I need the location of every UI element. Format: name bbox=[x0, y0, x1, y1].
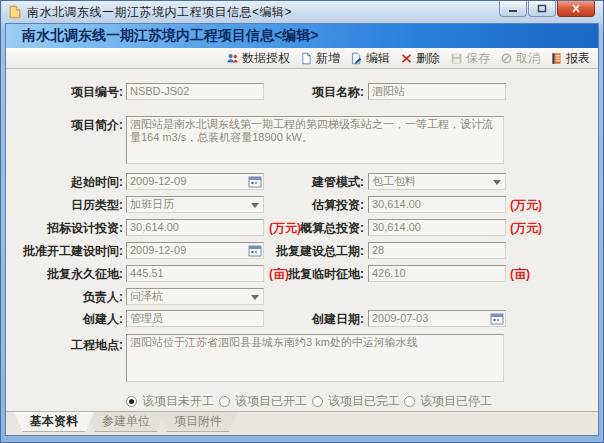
save-label: 保存 bbox=[466, 50, 490, 67]
calendar-type-select[interactable]: 加班日历 bbox=[126, 196, 264, 213]
start-date-label: 起始时间: bbox=[6, 173, 123, 191]
build-mode-label: 建管模式: bbox=[246, 173, 364, 191]
minimize-icon bbox=[508, 4, 518, 13]
radio-icon bbox=[404, 396, 415, 407]
radio-icon bbox=[312, 396, 323, 407]
radio-not-started[interactable]: 该项目未开工 bbox=[126, 394, 214, 408]
project-code-label: 项目编号: bbox=[6, 83, 123, 101]
project-code-input[interactable]: NSBD-JS02 bbox=[126, 83, 264, 100]
permanent-land-input[interactable]: 445.51 bbox=[126, 265, 264, 282]
calendar-type-label: 日历类型: bbox=[6, 196, 123, 214]
new-doc-icon bbox=[300, 52, 313, 65]
temporary-land-label: 批复临时征地: bbox=[246, 265, 364, 283]
edit-button[interactable]: 编辑 bbox=[350, 50, 390, 67]
client-area: 南水北调东线一期江苏境内工程项目信息<编辑> 数据授权 新增 编辑 删除 bbox=[5, 23, 599, 436]
radio-stopped[interactable]: 该项目已停工 bbox=[404, 394, 492, 408]
approved-start-date-label: 批准开工建设时间: bbox=[6, 242, 123, 260]
start-date-input[interactable]: 2009-12-09 bbox=[126, 173, 264, 190]
data-authorize-label: 数据授权 bbox=[242, 50, 290, 67]
data-authorize-button[interactable]: 数据授权 bbox=[226, 50, 290, 67]
radio-icon bbox=[126, 396, 137, 407]
budget-total-investment-label: 概算总投资: bbox=[246, 219, 364, 237]
cancel-icon bbox=[500, 52, 513, 65]
delete-button[interactable]: 删除 bbox=[400, 50, 440, 67]
calendar-type-value: 加班日历 bbox=[130, 198, 174, 210]
radio-icon bbox=[219, 396, 230, 407]
window-title: 南水北调东线一期江苏境内工程项目信息<编辑> bbox=[27, 4, 292, 21]
delete-x-icon bbox=[400, 52, 413, 65]
create-date-input[interactable]: 2009-07-03 bbox=[368, 310, 506, 327]
save-button: 保存 bbox=[450, 50, 490, 67]
approved-start-date-value: 2009-12-09 bbox=[130, 244, 186, 256]
bottom-tabbar: 基本资料 参建单位 项目附件 bbox=[6, 411, 598, 435]
project-form: 项目编号: NSBD-JS02 项目名称: 泗阳站 项目简介: 泗阳站是南水北调… bbox=[6, 70, 598, 411]
manager-select[interactable]: 问泽杭 bbox=[126, 288, 264, 305]
new-button[interactable]: 新增 bbox=[300, 50, 340, 67]
create-date-label: 创建日期: bbox=[246, 310, 364, 328]
project-intro-label: 项目简介: bbox=[6, 116, 123, 134]
radio-completed[interactable]: 该项目已完工 bbox=[312, 394, 400, 408]
permanent-land-label: 批复永久征地: bbox=[6, 265, 123, 283]
creator-label: 创建人: bbox=[6, 310, 123, 328]
project-status-group: 该项目未开工 该项目已开工 该项目已完工 该项目已停工 bbox=[6, 394, 598, 408]
budget-total-investment-unit: (万元) bbox=[510, 219, 542, 237]
approved-duration-input[interactable]: 28 bbox=[368, 242, 506, 259]
manager-label: 负责人: bbox=[6, 288, 123, 306]
temporary-land-unit: (亩) bbox=[510, 265, 530, 283]
start-date-value: 2009-12-09 bbox=[130, 175, 186, 187]
report-icon bbox=[550, 52, 563, 65]
calendar-icon[interactable] bbox=[490, 312, 504, 325]
project-intro-textarea[interactable]: 泗阳站是南水北调东线第一期工程的第四梯级泵站之一，一等工程，设计流量164 m3… bbox=[126, 116, 504, 164]
project-name-input[interactable]: 泗阳站 bbox=[368, 83, 506, 100]
radio-started-label: 该项目已开工 bbox=[235, 393, 307, 410]
build-mode-select[interactable]: 包工包料 bbox=[368, 173, 506, 190]
bid-design-investment-label: 招标设计投资: bbox=[6, 219, 123, 237]
edit-label: 编辑 bbox=[366, 50, 390, 67]
report-label: 报表 bbox=[566, 50, 590, 67]
page-header: 南水北调东线一期江苏境内工程项目信息<编辑> bbox=[6, 24, 598, 48]
toolbar: 数据授权 新增 编辑 删除 保存 取消 bbox=[6, 48, 598, 69]
close-button[interactable] bbox=[557, 1, 595, 17]
chevron-down-icon[interactable] bbox=[251, 295, 259, 300]
radio-completed-label: 该项目已完工 bbox=[328, 393, 400, 410]
create-date-value: 2009-07-03 bbox=[372, 312, 428, 324]
tab-participating-units[interactable]: 参建单位 bbox=[86, 412, 166, 432]
estimated-investment-label: 估算投资: bbox=[246, 196, 364, 214]
chevron-down-icon[interactable] bbox=[493, 180, 501, 185]
estimated-investment-input[interactable]: 30,614.00 bbox=[368, 196, 506, 213]
location-label: 工程地点: bbox=[6, 336, 123, 354]
maximize-icon bbox=[537, 4, 547, 13]
os-titlebar: 南水北调东线一期江苏境内工程项目信息<编辑> bbox=[1, 1, 603, 23]
location-textarea[interactable]: 泗阳站位于江苏省泗阳县县城东南约3 km处的中运河输水线 bbox=[126, 334, 504, 382]
approved-start-date-input[interactable]: 2009-12-09 bbox=[126, 242, 264, 259]
creator-input[interactable]: 管理员 bbox=[126, 310, 264, 327]
users-icon bbox=[226, 52, 239, 65]
cancel-label: 取消 bbox=[516, 50, 540, 67]
manager-value: 问泽杭 bbox=[130, 290, 163, 302]
maximize-button[interactable] bbox=[528, 1, 556, 17]
document-app-icon bbox=[8, 5, 22, 19]
radio-not-started-label: 该项目未开工 bbox=[142, 393, 214, 410]
save-icon bbox=[450, 52, 463, 65]
close-icon bbox=[571, 4, 581, 13]
app-window: 南水北调东线一期江苏境内工程项目信息<编辑> 南水北调东线一期江苏境内工程项目信… bbox=[0, 0, 604, 443]
page-title: 南水北调东线一期江苏境内工程项目信息<编辑> bbox=[22, 27, 318, 45]
cancel-button: 取消 bbox=[500, 50, 540, 67]
delete-label: 删除 bbox=[416, 50, 440, 67]
tab-project-attachments[interactable]: 项目附件 bbox=[158, 412, 238, 432]
report-button[interactable]: 报表 bbox=[550, 50, 590, 67]
tab-basic-info[interactable]: 基本资料 bbox=[14, 412, 94, 432]
radio-stopped-label: 该项目已停工 bbox=[420, 393, 492, 410]
build-mode-value: 包工包料 bbox=[372, 175, 416, 187]
bid-design-investment-input[interactable]: 30,614.00 bbox=[126, 219, 264, 236]
project-name-label: 项目名称: bbox=[246, 83, 364, 101]
minimize-button[interactable] bbox=[499, 1, 527, 17]
temporary-land-input[interactable]: 426.10 bbox=[368, 265, 506, 282]
budget-total-investment-input[interactable]: 30,614.00 bbox=[368, 219, 506, 236]
edit-doc-icon bbox=[350, 52, 363, 65]
new-label: 新增 bbox=[316, 50, 340, 67]
radio-started[interactable]: 该项目已开工 bbox=[219, 394, 307, 408]
estimated-investment-unit: (万元) bbox=[510, 196, 542, 214]
approved-duration-label: 批复建设总工期: bbox=[246, 242, 364, 260]
